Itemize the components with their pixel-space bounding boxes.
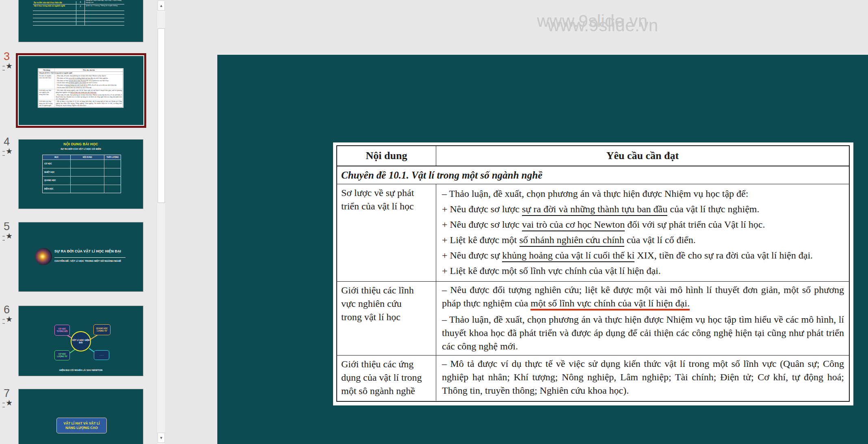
slide5-title: SỰ RA ĐỜI CỦA VẬT LÍ HỌC HIỆN ĐẠI xyxy=(54,249,143,253)
table-row: Giới thiệu các ứng dụng của vật lí trong… xyxy=(337,356,849,401)
thumbnail-scrollbar[interactable]: ▲ ▼ xyxy=(157,0,165,444)
table-row-empty xyxy=(33,11,124,15)
divider-line xyxy=(54,257,126,258)
cell-noi-dung: Sơ lược về sự phát triển của vật lí học xyxy=(337,184,436,281)
col-header-yeucau: Yêu cầu cần đạt xyxy=(55,69,123,71)
animation-star-icon: ★ xyxy=(2,63,15,72)
slide-3-canvas[interactable]: Nội dung Yêu cầu cần đạt Chuyên đề 10.1.… xyxy=(217,55,868,444)
cell-yeu-cau: – Thảo luận, đề xuất, chọn phương án và … xyxy=(436,184,849,281)
plasma-image xyxy=(35,248,52,265)
animation-star-icon: ★ xyxy=(2,148,15,157)
slide-thumbnail-panel: Sự ra đời của vật lí học hiện đại 4 Thuy… xyxy=(0,0,157,444)
cell-noi-dung: Giới thiệu các ứng dụng của vật lí trong… xyxy=(39,100,55,107)
cell-topic: Sự ra đời của vật lí học hiện đại xyxy=(33,1,76,4)
slide2-summary-table: Sự ra đời của vật lí học hiện đại 4 Thuy… xyxy=(33,0,124,26)
cell-noi-dung: Sơ lược về sự phát triển của vật lí học xyxy=(39,75,55,89)
row-label: ĐIỆN HỌC xyxy=(43,185,71,193)
slide-thumbnail-7[interactable]: VẬT LÍ HẠT VÀ VẬT LÍ NĂNG LƯỢNG CAO xyxy=(18,389,143,444)
row-label: QUANG HỌC xyxy=(43,177,71,185)
table-row: Giới thiệu các lĩnh vực nghiên cứu trong… xyxy=(337,282,849,356)
cell-yeu-cau: – Mô tả được ví dụ thực tế về việc sử dụ… xyxy=(55,100,123,107)
table-row: Sơ lược về sự phát triển của vật lí học–… xyxy=(337,184,849,282)
chuyen-de-row: Chuyên đề 10.1. Vật lí trong một số ngàn… xyxy=(337,166,849,184)
row-label: NHIỆT HỌC xyxy=(43,168,71,177)
requirements-table-mini: Nội dung Yêu cầu cần đạt Chuyên đề 10.1.… xyxy=(38,68,123,108)
slide3-mini-table: Nội dung Yêu cầu cần đạt Chuyên đề 10.1.… xyxy=(38,68,124,108)
table-row: Giới thiệu các lĩnh vực nghiên cứu trong… xyxy=(39,89,123,100)
cell-noi-dung: Giới thiệu các lĩnh vực nghiên cứu trong… xyxy=(337,282,436,355)
powerpoint-normal-view: Sự ra đời của vật lí học hiện đại 4 Thuy… xyxy=(0,0,868,444)
slide-thumbnail-3-selected[interactable]: Nội dung Yêu cầu cần đạt Chuyên đề 10.1.… xyxy=(16,53,146,128)
table-row: Sự ra đời của vật lí học hiện đại 4 Thuy… xyxy=(33,0,124,4)
col-header-yeucau: Yêu cầu cần đạt xyxy=(436,146,849,166)
header-noidung: NỘI DUNG xyxy=(71,155,104,159)
cell-detail: Thuyết tương đối; Quang học lượng tử; Cơ… xyxy=(85,0,124,4)
header-thoiluong: THỜI LƯỢNG xyxy=(104,155,121,159)
slide4-subtitle: SỰ RA ĐỜI CỦA VẬT LÍ HỌC CỔ ĐIỂN xyxy=(19,148,143,150)
col-header-noidung: Nội dung xyxy=(39,69,55,71)
table-header-row: Nội dung Yêu cầu cần đạt xyxy=(337,146,849,166)
slide-thumbnail-4[interactable]: NỘI DUNG BÀI HỌC SỰ RA ĐỜI CỦA VẬT LÍ HỌ… xyxy=(18,139,143,209)
node-co-hoc-tuong-doi: CƠ HỌC TƯƠNG ĐỐI xyxy=(54,325,70,336)
slide4-table: MỤC NỘI DUNG THỜI LƯỢNG CƠ HỌC NHIỆT HỌC… xyxy=(42,155,121,193)
cell-count: 4 xyxy=(76,0,85,4)
cell-count: 2 xyxy=(76,4,85,11)
table-row: Giới thiệu các ứng dụng của vật lí trong… xyxy=(39,100,123,107)
table-row-empty xyxy=(33,15,124,18)
watermark-text-shadow: www.9slide.vn xyxy=(548,16,658,35)
cell-noi-dung: Giới thiệu các ứng dụng của vật lí trong… xyxy=(337,356,436,401)
node-quang-hoc-luong-tu: QUANG HỌC LƯỢNG TỬ xyxy=(93,324,110,335)
node-ellipsis: . . . xyxy=(94,350,109,360)
slide-thumbnail-2[interactable]: Sự ra đời của vật lí học hiện đại 4 Thuy… xyxy=(18,0,143,42)
slide-thumbnail-6[interactable]: CƠ HỌC TƯƠNG ĐỐI QUANG HỌC LƯỢNG TỬ CƠ H… xyxy=(18,306,143,376)
arrow-down-icon: ▼ xyxy=(160,436,163,440)
cell-yeu-cau: – Thảo luận, đề xuất, chọn phương án và … xyxy=(55,75,123,89)
slide-number-3: 3 xyxy=(4,50,10,63)
slide6-caption: HIỆN ĐẠI CÓ NGHĨA LÀ SAU NEWTON xyxy=(19,369,143,371)
slide-number-7: 7 xyxy=(4,387,10,400)
slide4-title: NỘI DUNG BÀI HỌC xyxy=(19,142,143,146)
table-row: Vật lí học trong một số ngành nghề 2 Quâ… xyxy=(33,4,124,11)
slide-thumbnail-5[interactable]: SỰ RA ĐỜI CỦA VẬT LÍ HỌC HIỆN ĐẠI CHUYÊN… xyxy=(18,222,143,292)
scroll-up-button[interactable]: ▲ xyxy=(158,0,165,11)
cell-yeu-cau: – Nêu được đối tượng nghiên cứu; liệt kê… xyxy=(436,282,849,355)
header-muc: MỤC xyxy=(43,155,71,159)
requirements-table[interactable]: Nội dung Yêu cầu cần đạt Chuyên đề 10.1.… xyxy=(333,142,853,405)
animation-star-icon: ★ xyxy=(2,400,15,409)
table-row: Sơ lược về sự phát triển của vật lí học–… xyxy=(39,75,123,89)
slide5-subtitle: CHUYÊN ĐỀ: VẬT LÍ HỌC TRONG MỘT SỐ NGÀNH… xyxy=(54,260,143,262)
node-co-hoc-luong-tu: CƠ HỌC LƯỢNG TỬ xyxy=(54,350,70,360)
slide-number-6: 6 xyxy=(4,304,10,316)
slide-number-4: 4 xyxy=(4,136,10,148)
cell-detail: Quân sự; Ý tưởng; Thông tin truyền thông… xyxy=(85,4,124,11)
animation-star-icon: ★ xyxy=(2,233,15,242)
animation-star-icon: ★ xyxy=(2,316,15,325)
slide7-title-box: VẬT LÍ HẠT VÀ VẬT LÍ NĂNG LƯỢNG CAO xyxy=(56,418,107,433)
node-vat-li-hoc-hien-dai: VẬT LÍ HỌC HIỆN ĐẠI xyxy=(71,331,91,351)
scroll-down-button[interactable]: ▼ xyxy=(158,433,165,443)
cell-yeu-cau: – Nêu được đối tượng nghiên cứu; liệt kê… xyxy=(55,89,123,100)
cell-noi-dung: Giới thiệu các lĩnh vực nghiên cứu trong… xyxy=(39,89,55,100)
col-header-noidung: Nội dung xyxy=(337,146,436,166)
table-row-empty xyxy=(33,22,124,26)
cell-topic: Vật lí học trong một số ngành nghề xyxy=(33,4,76,11)
cell-yeu-cau: – Mô tả được ví dụ thực tế về việc sử dụ… xyxy=(436,356,849,401)
table-row-empty xyxy=(33,18,124,22)
scrollbar-thumb[interactable] xyxy=(158,28,165,203)
row-label: CƠ HỌC xyxy=(43,160,71,168)
chuyen-de-row: Chuyên đề 10.1. Vật lí trong một số ngàn… xyxy=(39,72,123,75)
arrow-up-icon: ▲ xyxy=(160,4,163,8)
slide-number-5: 5 xyxy=(4,220,10,233)
